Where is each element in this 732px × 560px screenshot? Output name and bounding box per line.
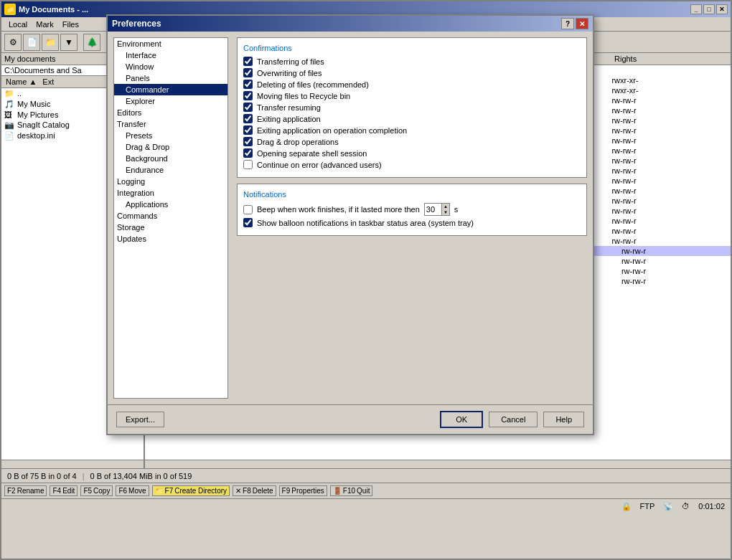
beep-checkbox[interactable] (243, 205, 253, 214)
confirm-deleting-checkbox[interactable] (243, 80, 253, 89)
confirm-transferring-label: Transferring of files (257, 57, 324, 66)
nav-background[interactable]: Background (114, 153, 227, 164)
nav-window[interactable]: Window (114, 61, 227, 72)
confirm-overwriting: Overwriting of files (243, 68, 581, 77)
beep-row: Beep when work finishes, if it lasted mo… (243, 203, 581, 216)
confirm-exiting: Exiting application (243, 114, 581, 123)
dialog-overlay: Preferences ? ✕ Environment Interface Wi… (0, 0, 732, 560)
dialog-content: Confirmations Transferring of files Over… (234, 32, 593, 404)
balloon-checkbox[interactable] (243, 218, 253, 227)
nav-storage[interactable]: Storage (114, 222, 227, 233)
confirm-exiting-completion-label: Exiting application on operation complet… (257, 126, 407, 135)
confirm-deleting: Deleting of files (recommended) (243, 80, 581, 89)
dialog-footer: Export... OK Cancel Help (108, 404, 593, 434)
nav-commands[interactable]: Commands (114, 210, 227, 222)
beep-spinner: 30 ▲ ▼ (424, 203, 450, 216)
confirm-transferring: Transferring of files (243, 57, 581, 66)
confirm-transfer-resuming-checkbox[interactable] (243, 103, 253, 112)
nav-integration[interactable]: Integration (114, 187, 227, 199)
spinner-down[interactable]: ▼ (442, 209, 449, 215)
export-button[interactable]: Export... (116, 412, 164, 427)
confirm-overwriting-checkbox[interactable] (243, 68, 253, 77)
confirm-moving-label: Moving files to Recycle bin (257, 92, 350, 100)
balloon-row: Show balloon notifications in taskbar st… (243, 218, 581, 227)
beep-unit: s (454, 205, 459, 214)
dialog-title: Preferences (112, 19, 161, 29)
confirm-continue-error: Continue on error (advanced users) (243, 160, 581, 169)
beep-label: Beep when work finishes, if it lasted mo… (257, 205, 420, 214)
confirm-continue-error-label: Continue on error (advanced users) (257, 161, 382, 169)
nav-drag-drop[interactable]: Drag & Drop (114, 141, 227, 153)
confirm-shell-session: Opening separate shell session (243, 148, 581, 158)
confirm-exiting-label: Exiting application (257, 115, 321, 123)
confirm-transferring-checkbox[interactable] (243, 57, 253, 66)
preferences-dialog: Preferences ? ✕ Environment Interface Wi… (106, 14, 594, 435)
confirm-deleting-label: Deleting of files (recommended) (257, 80, 369, 89)
nav-commander[interactable]: Commander (114, 84, 227, 95)
nav-updates[interactable]: Updates (114, 233, 227, 245)
confirmations-title: Confirmations (243, 44, 581, 52)
nav-panels[interactable]: Panels (114, 72, 227, 84)
confirm-exiting-checkbox[interactable] (243, 114, 253, 123)
nav-transfer[interactable]: Transfer (114, 118, 227, 130)
confirm-shell-session-label: Opening separate shell session (257, 149, 367, 158)
dialog-titlebar: Preferences ? ✕ (108, 16, 593, 32)
nav-presets[interactable]: Presets (114, 130, 227, 141)
confirm-transfer-resuming: Transfer resuming (243, 103, 581, 112)
cancel-button[interactable]: Cancel (489, 412, 538, 427)
nav-logging[interactable]: Logging (114, 176, 227, 187)
confirm-exiting-completion: Exiting application on operation complet… (243, 125, 581, 135)
dialog-close-button[interactable]: ✕ (576, 18, 588, 29)
notifications-title: Notifications (243, 190, 581, 199)
spinner-up[interactable]: ▲ (442, 204, 449, 209)
notifications-section: Notifications Beep when work finishes, i… (237, 184, 587, 236)
spinner-arrows: ▲ ▼ (441, 204, 449, 215)
nav-interface[interactable]: Interface (114, 49, 227, 61)
dialog-nav-tree: Environment Interface Window Panels Comm… (113, 37, 228, 399)
confirm-transfer-resuming-label: Transfer resuming (257, 103, 321, 112)
nav-applications[interactable]: Applications (114, 199, 227, 210)
dialog-help-icon[interactable]: ? (561, 18, 574, 29)
dialog-body: Environment Interface Window Panels Comm… (108, 32, 593, 404)
balloon-label: Show balloon notifications in taskbar st… (257, 219, 474, 227)
confirm-drag-drop-label: Drag & drop operations (257, 138, 339, 146)
nav-endurance[interactable]: Endurance (114, 164, 227, 176)
ok-button[interactable]: OK (440, 411, 483, 428)
confirmations-section: Confirmations Transferring of files Over… (237, 37, 587, 178)
confirm-moving: Moving files to Recycle bin (243, 91, 581, 100)
dialog-titlebar-controls: ? ✕ (561, 18, 588, 29)
confirm-exiting-completion-checkbox[interactable] (243, 125, 253, 135)
confirm-continue-error-checkbox[interactable] (243, 160, 253, 169)
confirm-drag-drop: Drag & drop operations (243, 137, 581, 146)
nav-editors[interactable]: Editors (114, 107, 227, 118)
confirm-moving-checkbox[interactable] (243, 91, 253, 100)
beep-value: 30 (426, 205, 435, 214)
confirm-drag-drop-checkbox[interactable] (243, 137, 253, 146)
nav-environment[interactable]: Environment (114, 38, 227, 49)
nav-explorer[interactable]: Explorer (114, 95, 227, 107)
confirm-shell-session-checkbox[interactable] (243, 148, 253, 158)
help-button[interactable]: Help (543, 412, 584, 427)
confirm-overwriting-label: Overwriting of files (257, 69, 322, 77)
